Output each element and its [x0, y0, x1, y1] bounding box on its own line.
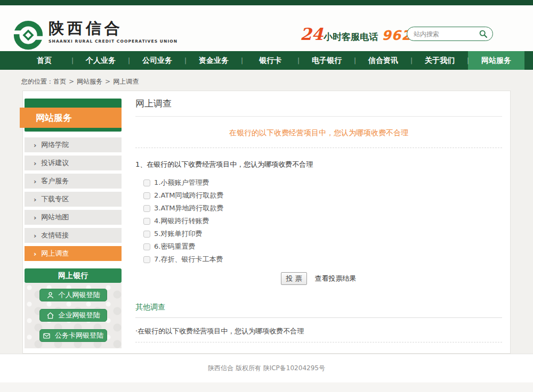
survey-option-row[interactable]: 7.存折、银行卡工本费	[143, 253, 502, 266]
option-checkbox[interactable]	[143, 256, 150, 263]
survey-option-row[interactable]: 1.小额账户管理费	[143, 176, 502, 189]
sidebar-title-ribbon: 网站服务	[20, 108, 122, 128]
option-checkbox[interactable]	[143, 179, 150, 186]
sidebar-item-online-survey[interactable]: › 网上调查	[25, 246, 122, 261]
sidebar-item-label: 友情链接	[41, 231, 69, 240]
home-icon	[46, 312, 54, 320]
official-card-ebank-login-button[interactable]: 公务卡网银登陆	[39, 329, 107, 342]
sidebar-item-label: 客户服务	[41, 176, 69, 186]
chevron-right-icon: ›	[34, 250, 36, 258]
chevron-right-icon: ›	[34, 232, 36, 240]
login-button-label: 个人网银登陆	[59, 290, 100, 300]
logo-text: 陕西信合 SHAANXI RURAL CREDIT COOPERATIVES U…	[49, 20, 177, 44]
survey-question: 1、在银行的以下收费经营项目中，您认为哪项收费不合理	[135, 160, 502, 169]
site-header: 陕西信合 SHAANXI RURAL CREDIT COOPERATIVES U…	[0, 5, 533, 51]
site-logo[interactable]: 陕西信合 SHAANXI RURAL CREDIT COOPERATIVES U…	[13, 20, 177, 50]
breadcrumb-current: 网上调查	[113, 78, 139, 85]
page-body: 您的位置：首页>网站服务>网上调查 网站服务 › 网络学院 › 投诉建议 › 客…	[0, 70, 533, 354]
breadcrumb-home-link[interactable]: 首页	[53, 78, 66, 85]
nav-item-bank-card[interactable]: 银行卡	[242, 51, 298, 70]
sidebar-item-label: 网上调查	[41, 249, 69, 258]
sidebar-item-customer-service[interactable]: › 客户服务	[25, 174, 122, 189]
logo-emblem-icon	[13, 20, 43, 50]
bottom-band	[0, 382, 533, 392]
hotline-24: 24	[300, 24, 323, 44]
option-label: 5.对账单打印费	[154, 229, 202, 239]
survey-option-row[interactable]: 2.ATM同城跨行取款费	[143, 189, 502, 202]
breadcrumb-separator: >	[105, 78, 110, 85]
search-icon	[479, 29, 488, 38]
breadcrumb-services-link[interactable]: 网站服务	[77, 78, 102, 85]
logo-subtitle: SHAANXI RURAL CREDIT COOPERATIVES UNION	[49, 39, 177, 44]
copyright-text: 陕西信合 版权所有 陕ICP备10204295号	[208, 364, 325, 373]
top-bar	[0, 0, 533, 5]
nav-item-about-us[interactable]: 关于我们	[411, 51, 468, 70]
chevron-right-icon: ›	[34, 159, 36, 167]
sidebar-item-complaints[interactable]: › 投诉建议	[25, 156, 122, 170]
survey-option-row[interactable]: 5.对账单打印费	[143, 227, 502, 240]
sidebar-item-friendly-links[interactable]: › 友情链接	[25, 228, 122, 243]
sidebar-item-label: 下载专区	[41, 194, 69, 204]
online-banking-panel: 个人网银登陆 企业网银登陆 公务卡网银登陆	[25, 283, 122, 348]
nav-item-home[interactable]: 首页	[16, 51, 72, 70]
option-label: 7.存折、银行卡工本费	[154, 255, 223, 264]
corporate-ebank-login-button[interactable]: 企业网银登陆	[39, 309, 107, 322]
option-label: 2.ATM同城跨行取款费	[154, 191, 223, 200]
option-label: 3.ATM异地跨行取款费	[154, 203, 223, 213]
survey-option-row[interactable]: 4.网银跨行转账费	[143, 215, 502, 227]
option-label: 6.密码重置费	[154, 242, 195, 251]
other-survey-link[interactable]: ·在银行的以下收费经营项目中，您认为哪项收费不合理	[135, 326, 502, 342]
hotline-label: 小时客服电话	[324, 31, 378, 43]
survey-highlight-title: 在银行的以下收费经营项目中，您认为哪项收费不合理	[135, 128, 502, 138]
sidebar-item-downloads[interactable]: › 下载专区	[25, 192, 122, 207]
option-label: 4.网银跨行转账费	[154, 216, 209, 226]
other-surveys-title: 其他调查	[135, 303, 502, 318]
person-icon	[46, 291, 54, 299]
search-input[interactable]	[414, 30, 479, 38]
page-title: 网上调查	[135, 97, 502, 117]
sidebar: 网站服务 › 网络学院 › 投诉建议 › 客户服务 › 下载专区	[25, 99, 122, 348]
vote-actions: 投 票 查看投票结果	[135, 272, 502, 285]
nav-item-news[interactable]: 信合资讯	[355, 51, 411, 70]
sidebar-item-online-college[interactable]: › 网络学院	[25, 137, 122, 152]
logo-title: 陕西信合	[49, 20, 177, 37]
nav-item-funds-business[interactable]: 资金业务	[185, 51, 242, 70]
option-checkbox[interactable]	[143, 231, 150, 238]
breadcrumb-separator: >	[69, 78, 74, 85]
login-button-label: 企业网银登陆	[59, 311, 100, 320]
personal-ebank-login-button[interactable]: 个人网银登陆	[39, 289, 107, 301]
survey-options: 1.小额账户管理费 2.ATM同城跨行取款费 3.ATM异地跨行取款费 4.网银…	[135, 176, 502, 266]
breadcrumb-prefix: 您的位置：	[21, 78, 53, 85]
nav-item-corporate-business[interactable]: 公司业务	[129, 51, 185, 70]
envelope-icon	[43, 332, 51, 340]
online-banking-header[interactable]: 网上银行	[25, 268, 122, 283]
breadcrumb: 您的位置：首页>网站服务>网上调查	[21, 77, 139, 86]
sidebar-item-label: 网络学院	[41, 140, 69, 150]
main-nav: 首页 个人业务 公司业务 资金业务 银行卡 电子银行 信合资讯 关于我们 网站服…	[0, 51, 533, 70]
option-checkbox[interactable]	[143, 218, 150, 225]
option-checkbox[interactable]	[143, 243, 150, 250]
survey-content: 网上调查 在银行的以下收费经营项目中，您认为哪项收费不合理 1、在银行的以下收费…	[135, 97, 502, 342]
nav-item-e-banking[interactable]: 电子银行	[298, 51, 355, 70]
nav-item-site-services[interactable]: 网站服务	[468, 51, 524, 70]
option-checkbox[interactable]	[143, 205, 150, 212]
nav-item-personal-business[interactable]: 个人业务	[72, 51, 129, 70]
chevron-right-icon: ›	[34, 177, 36, 185]
view-results-link[interactable]: 查看投票结果	[315, 274, 357, 282]
sidebar-menu: › 网络学院 › 投诉建议 › 客户服务 › 下载专区 › 网站地图	[25, 137, 122, 261]
chevron-right-icon: ›	[34, 214, 36, 222]
site-search	[407, 27, 493, 41]
sidebar-item-sitemap[interactable]: › 网站地图	[25, 210, 122, 225]
vote-button[interactable]: 投 票	[281, 272, 306, 285]
survey-option-row[interactable]: 3.ATM异地跨行取款费	[143, 202, 502, 215]
survey-option-row[interactable]: 6.密码重置费	[143, 240, 502, 253]
option-label: 1.小额账户管理费	[154, 178, 209, 187]
login-button-label: 公务卡网银登陆	[55, 331, 103, 340]
chevron-right-icon: ›	[34, 141, 36, 149]
search-button[interactable]	[479, 29, 488, 38]
chevron-right-icon: ›	[34, 195, 36, 203]
option-checkbox[interactable]	[143, 192, 150, 199]
sidebar-item-label: 投诉建议	[41, 158, 69, 168]
content-card: 网站服务 › 网络学院 › 投诉建议 › 客户服务 › 下载专区	[22, 91, 511, 354]
sidebar-item-label: 网站地图	[41, 213, 69, 222]
